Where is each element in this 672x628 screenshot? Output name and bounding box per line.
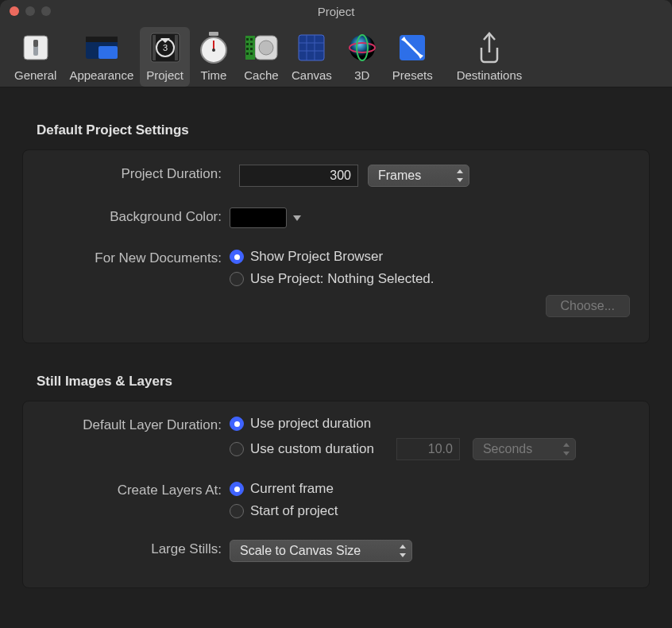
- large-stills-select[interactable]: Scale to Canvas Size: [230, 540, 412, 562]
- svg-text:3: 3: [163, 43, 168, 52]
- toolbar-label: Time: [201, 68, 227, 82]
- titlebar: Project: [0, 0, 672, 22]
- toolbar-item-3d[interactable]: 3D: [338, 27, 386, 87]
- content: Default Project Settings Project Duratio…: [0, 87, 672, 604]
- svg-rect-22: [250, 43, 253, 45]
- chevrons-icon: [456, 169, 464, 182]
- radio-use-custom-duration[interactable]: Use custom duration: [230, 441, 374, 457]
- radio-current-frame[interactable]: Current frame: [230, 481, 338, 497]
- label-create-layers-at: Create Layers At:: [39, 481, 230, 498]
- window-title: Project: [0, 5, 672, 18]
- toolbar-item-general[interactable]: General: [8, 27, 63, 87]
- cache-icon: [244, 30, 279, 65]
- radio-icon: [230, 442, 244, 456]
- custom-duration-unit-select: Seconds: [473, 438, 576, 460]
- radio-use-project-duration[interactable]: Use project duration: [230, 416, 633, 432]
- radio-icon: [230, 272, 244, 286]
- svg-point-17: [259, 41, 273, 55]
- radio-icon: [230, 250, 244, 264]
- chevrons-icon: [399, 545, 407, 557]
- label-large-stills: Large Stills:: [39, 540, 230, 557]
- preferences-toolbar: General Appearance 3 Project: [0, 22, 672, 87]
- radio-show-project-browser[interactable]: Show Project Browser: [230, 249, 434, 265]
- section-title-default-project: Default Project Settings: [37, 122, 650, 138]
- svg-rect-21: [246, 43, 249, 45]
- toolbar-item-project[interactable]: 3 Project: [140, 27, 190, 87]
- chevron-down-icon[interactable]: [293, 215, 301, 221]
- toolbar-item-presets[interactable]: Presets: [386, 27, 439, 87]
- choose-button[interactable]: Choose...: [546, 295, 630, 317]
- toolbar-label: General: [14, 68, 56, 82]
- project-duration-unit-select[interactable]: Frames: [368, 165, 469, 187]
- toolbar-label: Presets: [392, 68, 433, 82]
- radio-label: Show Project Browser: [250, 249, 383, 265]
- canvas-icon: [294, 30, 329, 65]
- radio-label: Use Project: Nothing Selected.: [250, 271, 434, 287]
- appearance-icon: [84, 30, 119, 65]
- toolbar-label: Destinations: [457, 68, 523, 82]
- label-for-new-documents: For New Documents:: [39, 249, 230, 266]
- close-window-button[interactable]: [10, 6, 19, 16]
- zoom-window-button[interactable]: [41, 6, 51, 16]
- svg-rect-7: [153, 35, 156, 60]
- minimize-window-button[interactable]: [25, 6, 35, 16]
- label-background-color: Background Color:: [39, 207, 230, 225]
- toolbar-item-destinations[interactable]: Destinations: [450, 27, 529, 87]
- svg-rect-25: [246, 52, 249, 55]
- svg-rect-8: [175, 35, 178, 60]
- toolbar-item-cache[interactable]: Cache: [238, 27, 285, 87]
- select-value: Seconds: [483, 442, 532, 456]
- toolbar-item-canvas[interactable]: Canvas: [285, 27, 338, 87]
- svg-rect-27: [299, 35, 324, 60]
- toolbar-label: Project: [146, 68, 183, 82]
- toolbar-label: 3D: [354, 68, 369, 82]
- project-duration-input[interactable]: [239, 165, 358, 187]
- radio-label: Use custom duration: [250, 441, 374, 457]
- section-stills: Default Layer Duration: Use project dura…: [22, 401, 650, 588]
- destinations-icon: [472, 30, 507, 65]
- svg-rect-12: [209, 32, 218, 36]
- svg-point-15: [212, 48, 215, 52]
- radio-icon: [230, 482, 244, 496]
- section-default-project: Project Duration: Frames Background Colo…: [22, 149, 650, 343]
- toolbar-label: Canvas: [292, 68, 332, 82]
- svg-rect-2: [33, 40, 38, 47]
- radio-icon: [230, 417, 244, 431]
- select-value: Scale to Canvas Size: [240, 544, 361, 558]
- label-default-layer-duration: Default Layer Duration:: [39, 416, 230, 433]
- radio-label: Start of project: [250, 503, 338, 519]
- section-title-stills: Still Images & Layers: [37, 374, 650, 390]
- select-value: Frames: [378, 169, 421, 183]
- radio-label: Use project duration: [250, 416, 371, 432]
- radio-icon: [230, 504, 244, 518]
- traffic-lights: [0, 6, 51, 16]
- background-color-well[interactable]: [230, 207, 287, 228]
- label-project-duration: Project Duration:: [39, 165, 230, 182]
- toolbar-label: Cache: [244, 68, 278, 82]
- svg-point-32: [350, 35, 375, 60]
- toolbar-item-time[interactable]: Time: [190, 27, 238, 87]
- chevrons-icon: [562, 443, 570, 455]
- time-icon: [196, 30, 231, 65]
- svg-rect-5: [98, 46, 118, 59]
- svg-rect-19: [246, 38, 249, 41]
- radio-label: Current frame: [250, 481, 334, 497]
- svg-rect-20: [250, 38, 253, 41]
- toolbar-label: Appearance: [69, 68, 133, 82]
- toolbar-item-appearance[interactable]: Appearance: [63, 27, 140, 87]
- svg-rect-26: [250, 52, 253, 55]
- radio-use-project[interactable]: Use Project: Nothing Selected.: [230, 271, 434, 287]
- general-icon: [18, 30, 53, 65]
- svg-rect-4: [86, 37, 118, 42]
- svg-rect-24: [250, 48, 253, 50]
- project-icon: 3: [148, 30, 183, 65]
- presets-icon: [395, 30, 430, 65]
- 3d-icon: [345, 30, 380, 65]
- custom-duration-input: [396, 438, 460, 460]
- svg-rect-23: [246, 48, 249, 50]
- radio-start-of-project[interactable]: Start of project: [230, 503, 338, 519]
